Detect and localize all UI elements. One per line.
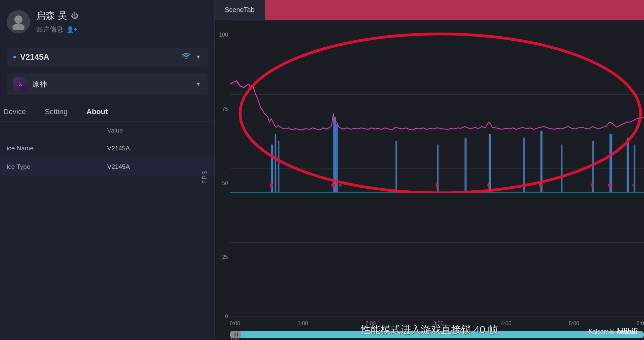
bottom-value-label: 100: [230, 337, 239, 340]
chart-area: FPS 100 75 50 25 0: [215, 20, 644, 340]
svg-rect-18: [627, 138, 629, 192]
svg-rect-31: [436, 183, 437, 189]
table-container: Value ice Name V2145A ice Type V2145A: [0, 122, 214, 320]
other-tab[interactable]: [265, 0, 644, 20]
account-label: 账户信息: [36, 25, 63, 34]
y-tick-75: 75: [222, 106, 228, 112]
grid-line-0: [230, 317, 644, 317]
row-key-1: ice Name: [7, 145, 107, 152]
col-header-key: [7, 127, 107, 134]
grid-line-25: [230, 242, 644, 243]
table-row: ice Name V2145A: [0, 139, 214, 158]
divider-1: [0, 41, 214, 41]
svg-rect-33: [540, 182, 541, 189]
svg-rect-34: [592, 183, 593, 189]
device-name-row: V2145A: [13, 52, 49, 62]
avatar-icon: [10, 13, 27, 30]
tabs-header: SceneTab: [215, 0, 644, 20]
svg-rect-9: [395, 141, 397, 192]
y-tick-100: 100: [219, 32, 228, 38]
y-axis: 100 75 50 25 0: [215, 20, 228, 317]
right-panel: SceneTab FPS 100 75 50 25 0: [215, 0, 644, 340]
account-manage-icon: 👤+: [66, 26, 77, 33]
y-tick-25: 25: [222, 254, 228, 260]
y-tick-50: 50: [222, 180, 228, 186]
svg-rect-15: [561, 144, 562, 192]
device-dot: [13, 56, 16, 58]
bilibili-logo: bilibili: [617, 327, 637, 337]
tab-about[interactable]: About: [77, 102, 117, 122]
device-icons: ▼: [181, 53, 201, 61]
svg-rect-29: [270, 182, 272, 189]
svg-point-28: [632, 184, 635, 187]
tab-bar: Device Setting About: [0, 102, 214, 122]
subtitle-text: 性能模式进入游戏直接锁 40 帧: [215, 323, 644, 337]
left-panel: 启森 吴 ⏻ 账户信息 👤+ V2145A: [0, 0, 215, 340]
watermark-name: Kaisam吴: [589, 328, 615, 336]
power-icon[interactable]: ⏻: [71, 11, 78, 20]
app-thumbnail: ⚔: [13, 77, 28, 91]
device-dropdown-arrow[interactable]: ▼: [196, 54, 201, 60]
svg-point-0: [14, 15, 22, 23]
scene-tab[interactable]: SceneTab: [215, 0, 265, 20]
scene-tab-label: SceneTab: [225, 6, 255, 14]
svg-rect-12: [489, 134, 491, 192]
row-value-1: V2145A: [107, 145, 208, 152]
svg-rect-11: [465, 138, 467, 192]
svg-rect-8: [336, 124, 338, 192]
tab-setting[interactable]: Setting: [35, 102, 77, 122]
svg-rect-35: [609, 182, 610, 189]
device-selector[interactable]: V2145A ▼: [7, 48, 208, 66]
svg-point-1: [12, 23, 24, 30]
fps-label: FPS: [201, 170, 208, 184]
user-info: 启森 吴 ⏻ 账户信息 👤+: [36, 9, 78, 34]
svg-rect-5: [275, 134, 276, 192]
username-text: 启森 吴: [36, 9, 67, 22]
app-name-label: 原神: [32, 79, 191, 89]
account-info[interactable]: 账户信息 👤+: [36, 25, 78, 34]
row-key-2: ice Type: [7, 163, 107, 171]
table-header: Value: [0, 122, 214, 139]
table-rows: ice Name V2145A ice Type V2145A: [0, 139, 214, 176]
app-selector[interactable]: ⚔ 原神 ▼: [7, 73, 208, 95]
table-row: ice Type V2145A: [0, 158, 214, 176]
svg-rect-32: [488, 183, 489, 189]
col-header-value: Value: [107, 127, 208, 134]
y-tick-0: 0: [225, 313, 228, 320]
avatar: [7, 10, 30, 34]
svg-rect-6: [278, 141, 279, 192]
user-section: 启森 吴 ⏻ 账户信息 👤+: [0, 0, 214, 41]
svg-rect-13: [523, 138, 525, 192]
svg-rect-30: [333, 181, 334, 190]
user-name: 启森 吴 ⏻: [36, 9, 78, 22]
svg-point-2: [185, 58, 187, 59]
app-dropdown-arrow[interactable]: ▼: [196, 81, 201, 87]
row-value-2: V2145A: [107, 163, 208, 171]
wifi-icon: [181, 53, 191, 61]
tab-device[interactable]: Device: [0, 102, 35, 122]
svg-point-22: [339, 184, 341, 187]
watermark: Kaisam吴 bilibili: [589, 327, 637, 337]
device-name-label: V2145A: [20, 52, 49, 62]
fps-chart-svg: [230, 20, 644, 193]
